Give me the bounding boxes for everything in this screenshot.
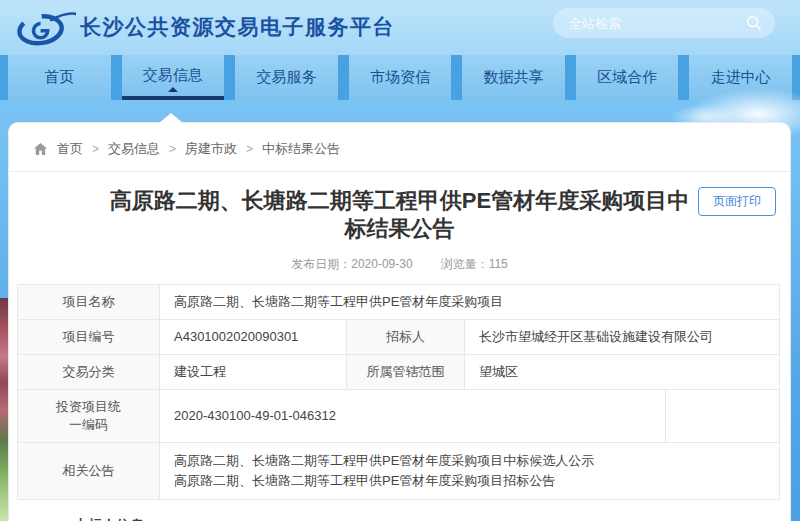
trade-category-value: 建设工程 [160, 355, 347, 390]
table-row: 项目编号 A4301002020090301 招标人 长沙市望城经开区基础设施建… [18, 320, 780, 355]
global-search[interactable] [553, 8, 775, 38]
table-row: 项目名称 高原路二期、长塘路二期等工程甲供PE管材年度采购项目 [18, 285, 780, 320]
views-count: 115 [489, 257, 508, 271]
related-announcement-link[interactable]: 高原路二期、长塘路二期等工程甲供PE管材年度采购项目中标候选人公示 [174, 451, 765, 471]
winner-info-section: 一、中标人信息： 项目名称：高原路二期、长塘路二期等工程甲供PE管材年度采购项目… [46, 517, 790, 521]
breadcrumb-separator: > [169, 142, 176, 156]
background-photo-strip [0, 298, 8, 521]
tenderee-value: 长沙市望城经开区基础设施建设有限公司 [465, 320, 780, 355]
breadcrumb-separator: > [246, 142, 253, 156]
title-row: 高原路二期、长塘路二期等工程甲供PE管材年度采购项目中标结果公告 页面打印 [9, 172, 790, 243]
article-meta: 发布日期：2020-09-30浏览量：115 [9, 256, 790, 273]
breadcrumb-construction[interactable]: 房建市政 [185, 140, 237, 158]
page-title: 高原路二期、长塘路二期等工程甲供PE管材年度采购项目中标结果公告 [104, 187, 695, 243]
table-row: 相关公告 高原路二期、长塘路二期等工程甲供PE管材年度采购项目中标候选人公示 高… [18, 443, 780, 500]
investment-code-value: 2020-430100-49-01-046312 [160, 390, 780, 443]
breadcrumb-separator: > [92, 142, 99, 156]
print-page-button[interactable]: 页面打印 [698, 187, 776, 216]
nav-tab-region-coop[interactable]: 区域合作 [576, 55, 679, 100]
search-icon[interactable] [745, 14, 763, 32]
nav-tab-home[interactable]: 首页 [8, 55, 111, 100]
jurisdiction-value: 望城区 [465, 355, 780, 390]
row-label: 所属管辖范围 [347, 355, 465, 390]
publish-date-label: 发布日期： [291, 257, 351, 271]
home-icon[interactable] [33, 142, 48, 156]
project-info-table: 项目名称 高原路二期、长塘路二期等工程甲供PE管材年度采购项目 项目编号 A43… [17, 284, 780, 500]
row-label: 项目名称 [18, 285, 160, 320]
table-row: 投资项目统一编码 2020-430100-49-01-046312 [18, 390, 780, 443]
content-panel: 首页 > 交易信息 > 房建市政 > 中标结果公告 高原路二期、长塘路二期等工程… [8, 122, 791, 521]
nav-tab-market-credit[interactable]: 市场资信 [349, 55, 452, 100]
nav-tab-trade-info[interactable]: 交易信息 [122, 55, 225, 100]
row-label: 相关公告 [18, 443, 160, 500]
nav-tab-trade-service[interactable]: 交易服务 [235, 55, 338, 100]
row-label: 招标人 [347, 320, 465, 355]
breadcrumb: 首页 > 交易信息 > 房建市政 > 中标结果公告 [9, 123, 790, 172]
table-row: 交易分类 建设工程 所属管辖范围 望城区 [18, 355, 780, 390]
project-name-value: 高原路二期、长塘路二期等工程甲供PE管材年度采购项目 [160, 285, 780, 320]
winner-section-heading: 一、中标人信息： [46, 517, 790, 521]
main-nav: 首页 交易信息 交易服务 市场资信 数据共享 区域合作 走进中心 [0, 55, 800, 100]
breadcrumb-home[interactable]: 首页 [57, 140, 83, 158]
views-label: 浏览量： [441, 257, 489, 271]
row-label: 投资项目统一编码 [18, 390, 160, 443]
project-number-value: A4301002020090301 [160, 320, 347, 355]
search-input[interactable] [553, 8, 775, 38]
nav-tab-data-share[interactable]: 数据共享 [462, 55, 565, 100]
breadcrumb-trade-info[interactable]: 交易信息 [108, 140, 160, 158]
breadcrumb-result-notice[interactable]: 中标结果公告 [262, 140, 340, 158]
row-label: 交易分类 [18, 355, 160, 390]
site-title: 长沙公共资源交易电子服务平台 [80, 13, 395, 41]
row-label: 项目编号 [18, 320, 160, 355]
related-announcements: 高原路二期、长塘路二期等工程甲供PE管材年度采购项目中标候选人公示 高原路二期、… [160, 443, 780, 500]
site-logo-icon [14, 6, 76, 50]
top-header: 长沙公共资源交易电子服务平台 [0, 0, 800, 55]
related-announcement-link[interactable]: 高原路二期、长塘路二期等工程甲供PE管材年度采购项目招标公告 [174, 471, 765, 491]
publish-date: 2020-09-30 [351, 257, 412, 271]
